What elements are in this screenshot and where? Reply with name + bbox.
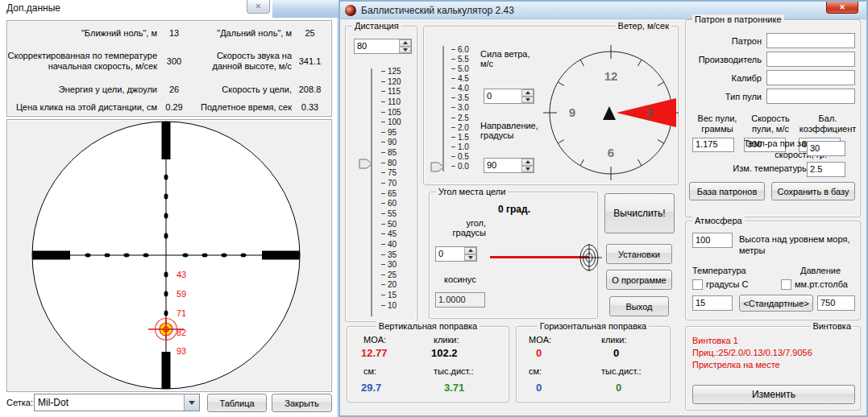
temp-change-input[interactable]: 2.5 <box>807 162 845 177</box>
distance-tick-label: 40 <box>388 240 397 249</box>
wind-tick-label: 4.5 <box>458 74 469 83</box>
stat-value: 341.1 <box>292 56 328 66</box>
target-angle-group: Угол места цели 0 град. угол, градусы 0 … <box>429 192 598 319</box>
distance-slider-ticks: 125 120 115 110 105 100 95 90 85 <box>381 67 401 310</box>
temperature-label: Температура <box>692 266 746 275</box>
stat-value: 0.29 <box>157 102 191 112</box>
standard-conditions-button[interactable]: <Стандартные> <box>739 295 813 312</box>
distance-tick-label: 45 <box>388 229 397 238</box>
distance-tick: 95 <box>381 128 401 137</box>
dial-label-3: 3 <box>646 105 653 119</box>
distance-value[interactable]: 80 <box>355 39 399 53</box>
distance-slider-thumb[interactable] <box>359 158 373 172</box>
calculator-title: Баллистический калькулятор 2.43 <box>361 5 514 16</box>
stat-value: 208.8 <box>292 85 328 94</box>
calculator-titlebar[interactable]: Баллистический калькулятор 2.43 ✕ <box>340 2 866 19</box>
cartridge-field-label: Тип пули <box>692 92 766 101</box>
rifle-info-line: Пристрелка на месте <box>692 359 812 371</box>
distance-tick: 115 <box>381 87 401 96</box>
cartridge-group-label: Патрон в патроннике <box>692 14 784 24</box>
spin-down-icon[interactable] <box>399 47 411 54</box>
shooter-arrow-icon <box>603 106 616 120</box>
distance-tick: 100 <box>381 118 401 126</box>
cartridge-field-input[interactable] <box>766 89 855 104</box>
settings-button[interactable]: Установки <box>606 244 672 264</box>
close-button[interactable]: Закрыть <box>272 394 332 412</box>
close-icon[interactable]: ✕ <box>247 0 270 14</box>
spin-up-icon[interactable] <box>521 159 534 166</box>
wind-tick-label: 1.5 <box>458 133 469 142</box>
dial-label-6: 6 <box>608 146 614 159</box>
spin-up-icon[interactable] <box>399 39 411 47</box>
distance-tick: 110 <box>381 97 401 106</box>
wind-direction-dial[interactable]: 12 3 6 9 <box>542 44 679 183</box>
rifle-info-line: Приц.:25/2.0/0.13/0.13/7.9056 <box>692 347 812 359</box>
cartridge-field-input[interactable] <box>766 52 855 67</box>
angle-spinner[interactable]: 0 <box>435 246 477 262</box>
horizontal-correction-group: Горизонтальная поправка MOA: 0 клики: 0 … <box>516 326 671 403</box>
moa-label: MOA: <box>363 335 386 345</box>
wind-tick: 1.5 <box>451 133 469 141</box>
atmosphere-group: Атмосфера 100 Высота над уровнем моря, м… <box>685 221 861 320</box>
wind-speed-spinner[interactable]: 0 <box>484 89 534 104</box>
wind-speed-value[interactable]: 0 <box>484 89 521 103</box>
grid-type-label: Сетка: <box>6 398 33 407</box>
cartridge-db-button[interactable]: База патронов <box>689 182 765 200</box>
exit-button[interactable]: Выход <box>609 296 669 316</box>
save-to-db-button[interactable]: Сохранить в базу <box>771 182 855 200</box>
altitude-input[interactable]: 100 <box>692 233 733 248</box>
distance-tick-label: 125 <box>388 67 401 76</box>
table-button[interactable]: Таблица <box>207 394 267 412</box>
cartridge-field-input[interactable] <box>766 70 855 85</box>
grid-type-value: Mil-Dot <box>35 394 184 411</box>
target-angle-group-label: Угол места цели <box>436 187 508 196</box>
wind-tick-label: 2.5 <box>458 114 469 122</box>
spin-down-icon[interactable] <box>521 97 534 104</box>
distance-tick: 120 <box>381 77 401 86</box>
wind-tick: 1.0 <box>451 143 469 151</box>
grid-type-select[interactable]: Mil-Dot <box>34 394 200 411</box>
chevron-down-icon[interactable] <box>184 394 199 411</box>
wind-slider-track[interactable] <box>442 46 444 171</box>
distance-tick: 105 <box>381 108 401 117</box>
distance-tick: 25 <box>381 270 401 279</box>
angle-target-icon <box>577 242 603 273</box>
temperature-input[interactable]: 15 <box>692 295 733 311</box>
wind-slider-thumb[interactable] <box>430 161 445 175</box>
wind-direction-value[interactable]: 90 <box>484 159 521 172</box>
distance-group-label: Дистанция <box>352 21 401 31</box>
cosine-label: косинус <box>444 275 476 284</box>
spin-up-icon[interactable] <box>464 247 476 254</box>
distance-tick-label: 120 <box>388 77 401 86</box>
mmhg-checkbox[interactable] <box>781 279 791 290</box>
calculate-button[interactable]: Вычислить! <box>604 193 675 233</box>
wind-group-label: Ветер, м/сек <box>616 21 671 31</box>
distance-slider-track[interactable] <box>371 68 372 316</box>
wind-tick: 4.0 <box>451 85 469 93</box>
cartridge-field-row: Калибр <box>692 70 855 85</box>
close-icon[interactable]: ✕ <box>826 2 858 14</box>
drop-label: 71 <box>177 308 186 318</box>
angle-value[interactable]: 0 <box>436 247 464 261</box>
spin-down-icon[interactable] <box>521 166 534 173</box>
temp-measure-input[interactable]: 30 <box>807 141 845 156</box>
distance-tick-label: 15 <box>388 291 397 299</box>
distance-tick: 75 <box>381 168 401 177</box>
bullet-column-label: Вес пули, граммы <box>692 114 742 136</box>
distance-spinner[interactable]: 80 <box>354 39 412 54</box>
distance-tick: 65 <box>381 189 401 198</box>
spin-up-icon[interactable] <box>521 89 534 97</box>
cartridge-field-row: Тип пули <box>692 89 855 104</box>
mil-value: 0 <box>616 382 621 394</box>
cartridge-field-label: Производитель <box>692 55 766 64</box>
spin-down-icon[interactable] <box>464 254 476 262</box>
angle-label: угол, градусы <box>438 218 486 237</box>
cartridge-field-input[interactable] <box>766 33 855 48</box>
celsius-checkbox[interactable] <box>692 279 703 290</box>
about-button[interactable]: О программе <box>606 270 672 290</box>
wind-direction-spinner[interactable]: 90 <box>484 158 534 173</box>
pressure-input[interactable]: 750 <box>817 295 855 311</box>
cartridge-fields: Патрон Производитель Калибр Тип <box>692 33 855 107</box>
clicks-label: клики: <box>601 335 627 345</box>
edit-rifle-button[interactable]: Изменить <box>692 385 855 404</box>
